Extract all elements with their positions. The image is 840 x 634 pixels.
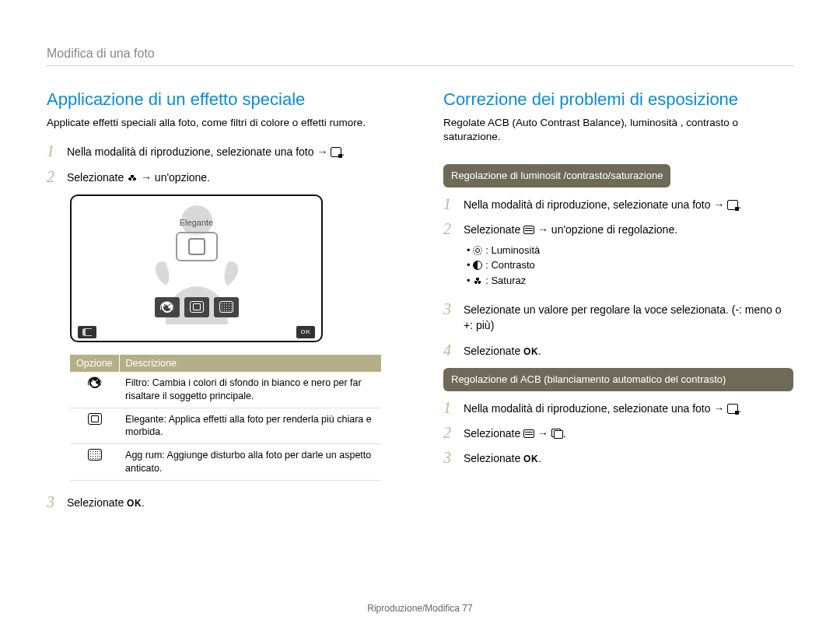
table-row: Filtro: Cambia i colori di sfondo in bia… bbox=[70, 372, 381, 408]
screen-ok-button[interactable]: OK bbox=[296, 326, 315, 338]
r2s2-b: . bbox=[563, 427, 566, 440]
screen-option-palette[interactable] bbox=[155, 297, 180, 317]
screen-option-elegant[interactable] bbox=[184, 297, 209, 317]
bullet-label: : Saturaz bbox=[485, 275, 526, 286]
saturation-icon bbox=[473, 276, 482, 285]
elegant-icon bbox=[88, 413, 102, 425]
row-desc: : Cambia i colori di sfondo in bianco e … bbox=[125, 377, 362, 401]
noise-icon bbox=[88, 449, 102, 461]
palette-icon bbox=[88, 377, 102, 389]
table-row: Elegante: Applica effetti alla foto per … bbox=[70, 408, 381, 444]
row-label: Filtro bbox=[125, 377, 147, 388]
screen-footer: OK bbox=[72, 324, 321, 341]
screen-focus-box bbox=[176, 232, 218, 261]
adjust-options-list: : Luminosità : Contrasto : Saturaz bbox=[467, 243, 793, 289]
left-steps: 1 Nella modalità di riproduzione, selezi… bbox=[47, 144, 397, 185]
page: Modifica di una foto Applicazione di un … bbox=[0, 0, 840, 520]
r1s1-a: Nella modalità di riproduzione, selezion… bbox=[464, 198, 713, 211]
step-number: 3 bbox=[47, 494, 59, 510]
left-lead: Applicate effetti speciali alla foto, co… bbox=[47, 116, 397, 130]
step-number: 1 bbox=[443, 196, 456, 212]
r2s3-b: . bbox=[538, 452, 541, 464]
right-column: Correzione dei problemi di esposizione R… bbox=[443, 89, 793, 520]
step3-text-a: Selezionate bbox=[67, 496, 127, 509]
edit-icon bbox=[727, 404, 738, 414]
screen-preset-label: Elegante bbox=[72, 218, 321, 227]
step-number: 2 bbox=[443, 425, 456, 440]
acb-icon bbox=[551, 429, 563, 439]
row-desc: : Aggiunge disturbo alla foto per darle … bbox=[125, 450, 371, 474]
divider bbox=[47, 65, 793, 66]
step2-text-b: un'opzione. bbox=[152, 171, 210, 184]
r2s2-a: Selezionate bbox=[464, 427, 523, 440]
left-column: Applicazione di un effetto speciale Appl… bbox=[47, 89, 397, 520]
footer-section: Riproduzione/Modifica bbox=[367, 603, 462, 614]
ok-label: OK bbox=[523, 346, 538, 357]
bullet-label: : Luminosità bbox=[485, 244, 540, 256]
edit-icon bbox=[331, 147, 341, 157]
step-number: 1 bbox=[47, 143, 59, 159]
breadcrumb: Modifica di una foto bbox=[47, 47, 793, 61]
right-steps-1: 1 Nella modalità di riproduzione, selezi… bbox=[443, 197, 793, 359]
screen-option-noise[interactable] bbox=[214, 297, 239, 317]
step2-text-a: Selezionate bbox=[67, 171, 127, 184]
contrast-icon bbox=[473, 261, 482, 270]
step1-text-a: Nella modalità di riproduzione, selezion… bbox=[67, 145, 317, 158]
ok-label: OK bbox=[523, 454, 538, 464]
th-description: Descrizione bbox=[119, 355, 381, 372]
brightness-icon bbox=[473, 246, 482, 255]
left-steps-2: 3 Selezionate OK. bbox=[47, 495, 397, 510]
screen-option-row bbox=[72, 297, 321, 317]
r2s3-a: Selezionate bbox=[464, 452, 523, 464]
th-option: Opzione bbox=[70, 355, 119, 372]
adjust-icon bbox=[523, 429, 534, 438]
step-number: 3 bbox=[443, 450, 456, 465]
page-footer: Riproduzione/Modifica 77 bbox=[0, 603, 840, 614]
left-title: Applicazione di un effetto speciale bbox=[47, 89, 397, 110]
screen-back-button[interactable] bbox=[78, 326, 96, 338]
fx-icon bbox=[127, 172, 138, 183]
r1s2-a: Selezionate bbox=[464, 223, 523, 236]
r1s4-b: . bbox=[538, 345, 541, 357]
row-label: Agg rum bbox=[125, 450, 162, 461]
step-number: 2 bbox=[443, 221, 456, 236]
right-title: Correzione dei problemi di esposizione bbox=[443, 89, 793, 110]
r1s2-b: un'opzione di regolazione. bbox=[548, 223, 677, 236]
right-lead: Regolate ACB (Auto Contrast Balance), lu… bbox=[443, 116, 793, 144]
camera-screen-mock: Elegante OK bbox=[70, 194, 323, 342]
r2s1-a: Nella modalità di riproduzione, selezion… bbox=[464, 402, 713, 415]
table-row: Agg rum: Aggiunge disturbo alla foto per… bbox=[70, 444, 381, 481]
step-number: 2 bbox=[47, 169, 59, 184]
step-number: 3 bbox=[443, 301, 456, 317]
footer-page: 77 bbox=[462, 603, 472, 614]
edit-icon bbox=[727, 200, 738, 210]
row-label: Elegante bbox=[125, 414, 163, 425]
step-number: 1 bbox=[443, 400, 456, 415]
step-number: 4 bbox=[443, 342, 456, 358]
bullet-label: : Contrasto bbox=[485, 259, 535, 271]
subsection-tag-2: Regolazione di ACB (bilanciamento automa… bbox=[443, 368, 793, 391]
columns: Applicazione di un effetto speciale Appl… bbox=[47, 89, 793, 520]
right-steps-2: 1 Nella modalità di riproduzione, selezi… bbox=[443, 401, 793, 467]
adjust-icon bbox=[523, 226, 534, 234]
options-table: Opzione Descrizione Filtro: Cambia i col… bbox=[70, 355, 381, 481]
subsection-tag-1: Regolazione di luminosit /contrasto/satu… bbox=[443, 164, 670, 187]
r1s3: Selezionate un valore per regolare la vo… bbox=[464, 302, 793, 334]
step3-text-b: . bbox=[142, 496, 145, 509]
ok-label: OK bbox=[127, 498, 142, 509]
r1s4-a: Selezionate bbox=[464, 345, 523, 357]
